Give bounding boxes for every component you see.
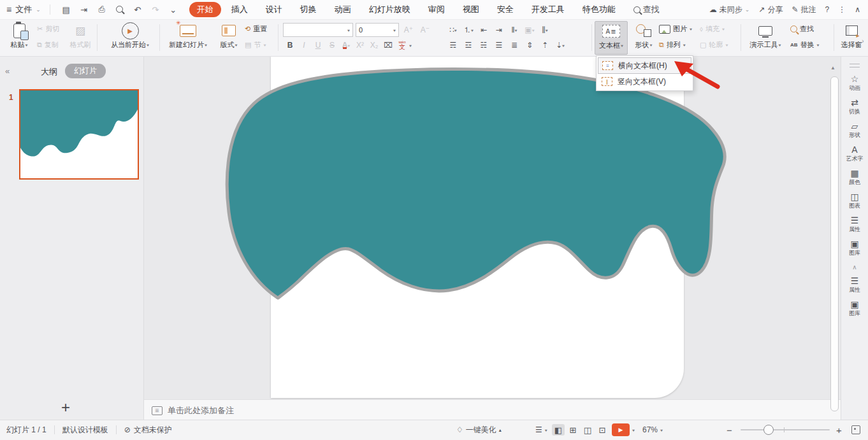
print-icon[interactable]: ⎙ <box>95 4 109 15</box>
font-color-button[interactable]: A <box>342 41 348 50</box>
sidebar-item-transition[interactable]: ⇄ 切换 <box>848 97 861 115</box>
play-slideshow-button[interactable]: ▶ ▾ <box>612 420 635 439</box>
sidebar-item-properties[interactable]: ☰ 属性 <box>848 215 861 233</box>
picture-button[interactable]: 图片 ▾ <box>659 21 692 37</box>
distribute-button[interactable]: ≣ <box>507 38 521 52</box>
fill-button[interactable]: ⬨ 填充 ▾ <box>700 21 728 37</box>
file-menu[interactable]: 文件 <box>15 4 32 15</box>
paste-button[interactable]: 粘贴▾ <box>4 21 34 50</box>
align-right-button[interactable]: ☵ <box>477 38 491 52</box>
subscript-button[interactable]: X₂ <box>367 38 381 52</box>
font-name-combo[interactable]: ▾ <box>283 23 353 37</box>
shapes-button[interactable]: 形状▾ <box>630 21 658 50</box>
zoom-slider-thumb[interactable] <box>763 425 774 435</box>
app-menu-icon[interactable]: ≡ <box>6 4 11 15</box>
text-direction-button[interactable]: ⫴▾ <box>507 23 521 37</box>
zoom-in-button[interactable]: + <box>836 420 842 439</box>
grow-font-button[interactable]: A⁺ <box>401 23 416 37</box>
notes-toggle-button[interactable]: ☰ ▾ <box>535 420 547 439</box>
tab-developer[interactable]: 开发工具 <box>524 2 572 17</box>
font-size-combo[interactable]: 0▾ <box>356 23 399 37</box>
notes-bar[interactable]: ☰ 单击此处添加备注 <box>144 399 841 421</box>
italic-button[interactable]: I <box>297 38 311 52</box>
replace-button[interactable]: AB 替换 ▾ <box>790 37 820 53</box>
zoom-track[interactable] <box>741 429 830 430</box>
slide-thumbnail[interactable] <box>19 89 139 180</box>
comment-button[interactable]: ✎ 批注 <box>792 4 816 15</box>
sidebar-item-colors[interactable]: ▦ 颜色 <box>848 168 861 186</box>
section-button[interactable]: ▤ 节 ▾ <box>245 37 267 53</box>
align-left-button[interactable]: ☴ <box>446 38 460 52</box>
collapse-ribbon-icon[interactable]: ∧ <box>855 5 860 14</box>
shrink-font-button[interactable]: A⁻ <box>418 23 432 37</box>
collapse-panel-icon[interactable]: « <box>5 66 10 76</box>
share-button[interactable]: ↗ 分享 <box>758 4 783 15</box>
bullets-button[interactable]: ∷▾ <box>446 23 460 37</box>
tab-view[interactable]: 视图 <box>455 2 487 17</box>
slide-page[interactable] <box>271 56 684 398</box>
view-slide-sorter-button[interactable]: ⊞ <box>567 424 579 436</box>
save-icon[interactable]: ▤ <box>59 5 73 15</box>
tab-security[interactable]: 安全 <box>489 2 521 17</box>
ribbon-expand-icon[interactable]: › <box>862 37 864 45</box>
view-slideshow-button[interactable]: ⊡ <box>596 424 609 436</box>
vertical-scrollbar[interactable]: ▲ <box>830 64 839 414</box>
scrollbar-thumb[interactable] <box>830 76 839 411</box>
format-painter-button[interactable]: ▨ 格式刷 <box>66 21 94 50</box>
zoom-slider[interactable] <box>741 429 830 430</box>
presentation-tools-button[interactable]: 演示工具▾ <box>744 21 786 50</box>
menu-item-vertical-text-box[interactable]: ∥ 竖向文本框(V) <box>598 74 691 89</box>
outline-button[interactable]: ▢ 轮廓 ▾ <box>700 37 728 53</box>
add-slide-button[interactable]: + <box>61 399 70 416</box>
align-text-button[interactable]: ▣▾ <box>523 23 537 37</box>
tab-transition[interactable]: 切换 <box>293 2 324 17</box>
tab-outline[interactable]: 大纲 <box>41 66 57 78</box>
kebab-menu-icon[interactable]: ⋮ <box>838 5 846 14</box>
beautify-button[interactable]: ♢ 一键美化 ▴ <box>456 420 502 439</box>
phonetic-guide-button[interactable]: wén文 <box>395 38 409 52</box>
align-center-button[interactable]: ☲ <box>461 38 475 52</box>
tab-insert[interactable]: 插入 <box>224 2 256 17</box>
tab-slides[interactable]: 幻灯片 <box>65 64 106 78</box>
find-button[interactable]: 查找 <box>790 21 820 37</box>
view-reading-button[interactable]: ◫ <box>581 424 594 436</box>
sidebar-item-shapes[interactable]: ▱ 形状 <box>848 121 861 139</box>
sidebar-item-wordart[interactable]: A 艺术字 <box>845 145 864 162</box>
tab-home[interactable]: 开始 <box>189 2 221 17</box>
more-commands-icon[interactable]: ⌄ <box>166 5 180 15</box>
text-box-button[interactable]: A≣ 文本框▾ <box>595 21 628 55</box>
superscript-button[interactable]: X² <box>353 38 367 52</box>
zoom-out-button[interactable]: − <box>727 420 732 439</box>
line-spacing-button[interactable]: ⇕ <box>523 38 537 52</box>
sidebar-collapse-icon[interactable]: ∧ <box>852 264 857 271</box>
scroll-up-icon[interactable]: ▲ <box>830 65 835 71</box>
new-slide-button[interactable]: 新建幻灯片▾ <box>163 21 213 50</box>
sync-status[interactable]: ☁ 未同步 ⌄ <box>709 4 750 15</box>
export-icon[interactable]: ⇥ <box>77 5 91 15</box>
selection-pane-button[interactable]: 选择窗 <box>837 21 865 50</box>
sidebar-item-charts[interactable]: ◫ 图表 <box>848 192 861 209</box>
undo-icon[interactable]: ↶ <box>131 5 145 15</box>
file-menu-caret-icon[interactable]: ⌄ <box>36 6 41 13</box>
play-from-current-button[interactable]: ▶ 从当前开始▾ <box>102 21 158 50</box>
increase-indent-button[interactable]: ⇥ <box>492 23 506 37</box>
bold-button[interactable]: B <box>283 38 297 52</box>
sidebar-item-gallery[interactable]: ▣ 图库 <box>848 239 861 257</box>
menu-item-horizontal-text-box[interactable]: ≡ 横向文本框(H) <box>598 57 691 74</box>
justify-button[interactable]: ☰ <box>492 38 506 52</box>
arrange-button[interactable]: ⧉ 排列 ▾ <box>659 37 692 53</box>
help-icon[interactable]: ? <box>825 5 830 14</box>
find-command[interactable]: 查找 <box>633 4 660 15</box>
sidebar-item-animation[interactable]: ☆ 动画 <box>848 74 861 92</box>
tab-review[interactable]: 审阅 <box>421 2 452 17</box>
sidebar-handle[interactable] <box>850 64 860 67</box>
fit-to-window-button[interactable] <box>851 420 860 439</box>
decrease-para-spacing-button[interactable]: ⇣▾ <box>553 38 567 52</box>
numbering-button[interactable]: ⒈▾ <box>461 23 475 37</box>
decrease-indent-button[interactable]: ⇤ <box>477 23 491 37</box>
slide-canvas[interactable] <box>144 56 841 399</box>
sidebar-item-gallery-2[interactable]: ▣ 图库 <box>848 299 861 317</box>
tab-special-features[interactable]: 特色功能 <box>575 2 623 17</box>
strikethrough-button[interactable]: S <box>325 38 339 52</box>
cut-button[interactable]: ✂ 剪切 <box>37 21 59 37</box>
